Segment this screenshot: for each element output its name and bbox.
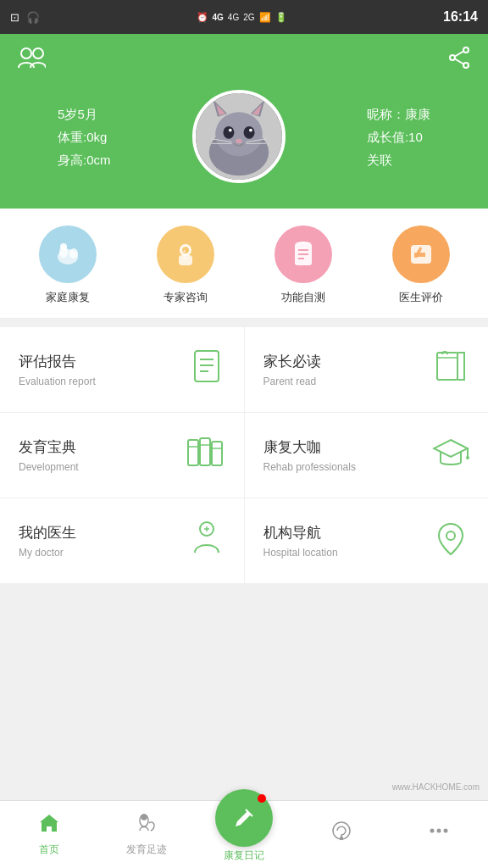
evaluation-report-title: 评估报告 bbox=[19, 352, 96, 371]
expert-consult-label: 专家咨询 bbox=[164, 290, 208, 305]
menu-item-my-doctor[interactable]: 我的医生 My doctor bbox=[0, 498, 245, 583]
weight-label: 体重:0kg bbox=[58, 125, 111, 148]
svg-point-27 bbox=[69, 248, 78, 259]
quick-action-expert-consult[interactable]: + 专家咨询 bbox=[126, 225, 244, 305]
menu-item-parent-read[interactable]: 家长必读 Parent read bbox=[245, 327, 489, 412]
svg-point-3 bbox=[450, 55, 455, 60]
user-icon[interactable] bbox=[17, 46, 46, 73]
hospital-location-subtitle: Hospital location bbox=[263, 547, 338, 559]
menu-item-evaluation-report[interactable]: 评估报告 Evaluation report bbox=[0, 327, 245, 412]
svg-point-55 bbox=[446, 531, 455, 540]
evaluation-report-subtitle: Evaluation report bbox=[19, 376, 96, 387]
doctor-rating-label: 医生评价 bbox=[399, 290, 443, 305]
profile-avatar[interactable] bbox=[192, 90, 286, 183]
svg-rect-29 bbox=[179, 255, 192, 265]
svg-point-57 bbox=[141, 815, 147, 820]
status-bar: ⊡ 🎧 ⏰ 4G 4G 2G 📶 🔋 16:14 bbox=[0, 0, 488, 34]
svg-point-16 bbox=[243, 126, 254, 139]
rehab-pro-subtitle: Rehab professionals bbox=[263, 461, 356, 473]
link-label: 关联 bbox=[367, 148, 430, 171]
cat-avatar-image bbox=[196, 90, 282, 183]
status-left-icons: ⊡ 🎧 bbox=[10, 11, 40, 24]
svg-point-61 bbox=[430, 828, 435, 832]
menu-item-development[interactable]: 发育宝典 Development bbox=[0, 413, 245, 498]
age-label: 5岁5月 bbox=[58, 103, 111, 125]
status-time: 16:14 bbox=[443, 9, 478, 25]
my-doctor-subtitle: My doctor bbox=[19, 547, 76, 559]
svg-point-4 bbox=[463, 63, 469, 68]
svg-rect-45 bbox=[212, 442, 222, 465]
development-title: 发育宝典 bbox=[19, 437, 79, 457]
rehab-pro-title: 康复大咖 bbox=[263, 437, 356, 457]
header-top bbox=[0, 34, 488, 81]
share-icon[interactable] bbox=[447, 46, 471, 73]
network-4g-2: 4G bbox=[228, 13, 239, 22]
books-icon bbox=[185, 433, 225, 478]
quick-action-self-test[interactable]: 功能自测 bbox=[244, 225, 362, 305]
self-test-icon bbox=[274, 225, 332, 283]
graduation-icon bbox=[432, 433, 469, 478]
bottom-nav: 首页 发育足迹 康复日记 bbox=[0, 800, 488, 868]
svg-point-60 bbox=[341, 837, 343, 839]
network-2g: 2G bbox=[243, 13, 254, 22]
svg-point-1 bbox=[33, 48, 43, 58]
svg-rect-42 bbox=[437, 353, 458, 380]
growth-label: 成长值:10 bbox=[367, 125, 430, 148]
my-doctor-title: 我的医生 bbox=[19, 523, 76, 542]
community-nav-icon bbox=[330, 820, 352, 847]
watermark: www.HACKHOME.com bbox=[392, 782, 480, 792]
menu-item-rehab-pro[interactable]: 康复大咖 Rehab professionals bbox=[245, 413, 489, 498]
nav-more[interactable] bbox=[391, 820, 488, 850]
svg-point-51 bbox=[466, 456, 469, 459]
home-rehab-label: 家庭康复 bbox=[46, 290, 90, 305]
svg-point-2 bbox=[463, 47, 469, 53]
svg-point-17 bbox=[229, 129, 232, 132]
nav-growth[interactable]: 发育足迹 bbox=[97, 812, 195, 857]
profile-stats-right: 昵称：康康 成长值:10 关联 bbox=[367, 103, 430, 171]
svg-marker-49 bbox=[434, 440, 468, 457]
svg-line-6 bbox=[455, 59, 463, 64]
growth-nav-icon bbox=[136, 812, 158, 839]
menu-row-0: 评估报告 Evaluation report 家长必读 Parent read bbox=[0, 327, 488, 413]
svg-point-62 bbox=[437, 828, 441, 832]
parent-read-title: 家长必读 bbox=[263, 352, 321, 371]
nav-community[interactable] bbox=[293, 820, 391, 850]
doctor-icon bbox=[188, 519, 225, 564]
diary-nav-label: 康复日记 bbox=[224, 849, 264, 863]
menu-row-1: 发育宝典 Development bbox=[0, 413, 488, 498]
development-subtitle: Development bbox=[19, 461, 79, 473]
home-rehab-icon bbox=[39, 225, 97, 283]
svg-point-10 bbox=[215, 112, 263, 156]
menu-row-2: 我的医生 My doctor 机构导航 Hospital location bbox=[0, 498, 488, 583]
nav-diary-button[interactable] bbox=[215, 789, 273, 847]
svg-rect-43 bbox=[188, 440, 198, 465]
parent-read-subtitle: Parent read bbox=[263, 376, 321, 387]
svg-point-18 bbox=[249, 129, 252, 132]
location-icon bbox=[432, 519, 469, 564]
status-center-icons: ⏰ 4G 4G 2G 📶 🔋 bbox=[197, 12, 287, 23]
nickname-label: 昵称：康康 bbox=[367, 103, 430, 125]
quick-actions: 家庭康复 + 专家咨询 bbox=[0, 209, 488, 319]
nav-home[interactable]: 首页 bbox=[0, 812, 97, 857]
alarm-icon: ⏰ bbox=[197, 12, 208, 23]
profile-stats-left: 5岁5月 体重:0kg 身高:0cm bbox=[58, 103, 111, 171]
screen-icon: ⊡ bbox=[10, 11, 19, 24]
battery-icon: 🔋 bbox=[275, 12, 287, 23]
growth-nav-label: 发育足迹 bbox=[126, 843, 167, 857]
self-test-label: 功能自测 bbox=[281, 290, 325, 305]
book-icon bbox=[432, 348, 469, 392]
svg-point-0 bbox=[21, 48, 31, 58]
svg-rect-44 bbox=[200, 438, 210, 465]
profile-area: 5岁5月 体重:0kg 身高:0cm bbox=[0, 81, 488, 183]
menu-grid: 评估报告 Evaluation report 家长必读 Parent read bbox=[0, 327, 488, 583]
menu-item-hospital-location[interactable]: 机构导航 Hospital location bbox=[245, 498, 489, 583]
svg-text:+: + bbox=[182, 248, 186, 255]
network-4g: 4G bbox=[213, 13, 224, 22]
quick-action-home-rehab[interactable]: 家庭康复 bbox=[8, 225, 126, 305]
home-nav-icon bbox=[38, 812, 60, 839]
quick-action-doctor-rating[interactable]: 医生评价 bbox=[362, 225, 480, 305]
more-nav-icon bbox=[428, 820, 450, 847]
hospital-location-title: 机构导航 bbox=[263, 523, 338, 542]
svg-line-5 bbox=[455, 52, 463, 57]
expert-consult-icon: + bbox=[157, 225, 214, 283]
